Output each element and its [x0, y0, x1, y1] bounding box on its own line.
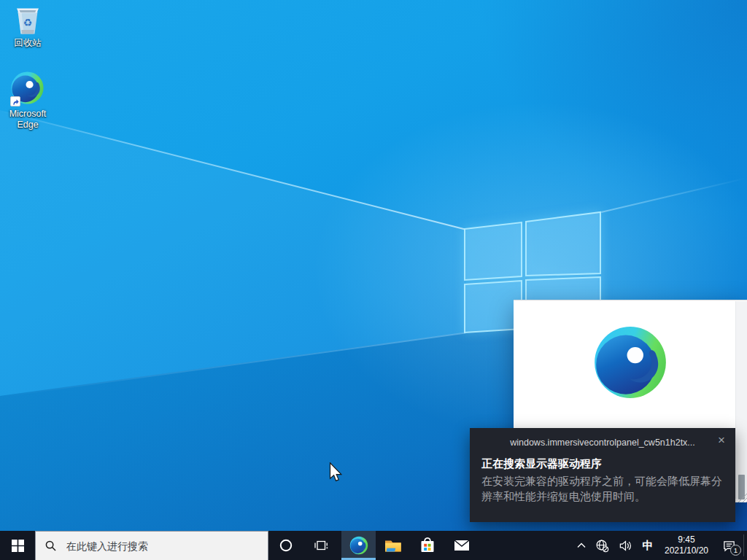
desktop-icon-recycle-bin[interactable]: ♻ 回收站	[0, 4, 55, 49]
taskbar-app-mail[interactable]	[444, 531, 479, 560]
task-view-button[interactable]	[303, 531, 338, 560]
window-scrollbar[interactable]	[735, 301, 747, 499]
taskbar-app-edge[interactable]	[341, 531, 376, 560]
toast-app-id: windows.immersivecontrolpanel_cw5n1h2tx.…	[470, 438, 735, 448]
microsoft-store-icon	[418, 536, 437, 555]
edge-splash-logo-icon	[592, 324, 668, 400]
tray-volume-button[interactable]	[614, 531, 637, 560]
toast-title: 正在搜索显示器驱动程序	[481, 457, 724, 471]
close-icon[interactable]: ×	[718, 434, 725, 446]
clock-date: 2021/10/20	[665, 545, 708, 556]
task-view-icon	[314, 538, 328, 553]
taskbar-app-file-explorer[interactable]	[376, 531, 410, 560]
tray-clock[interactable]: 9:45 2021/10/20	[659, 531, 714, 560]
cortana-circle-icon	[279, 538, 293, 553]
system-tray: 中 9:45 2021/10/20 1	[573, 531, 747, 560]
taskbar-app-microsoft-store[interactable]	[410, 531, 444, 560]
edge-shortcut-label: Microsoft Edge	[0, 109, 55, 131]
search-icon	[45, 540, 56, 551]
cortana-button[interactable]	[268, 531, 303, 560]
shortcut-arrow-overlay-icon	[10, 96, 20, 106]
edge-taskbar-icon	[349, 536, 368, 555]
network-globe-no-internet-icon	[595, 539, 609, 553]
search-input[interactable]	[65, 540, 247, 553]
taskbar: 中 9:45 2021/10/20 1	[0, 531, 747, 560]
tray-show-hidden-icons-button[interactable]	[573, 531, 590, 560]
recycle-bin-label: 回收站	[14, 38, 42, 49]
toast-body: 在安装完兼容的驱动程序之前，可能会降低屏幕分辨率和性能并缩短电池使用时间。	[481, 473, 724, 504]
show-desktop-button[interactable]	[744, 531, 747, 560]
notification-toast[interactable]: windows.immersivecontrolpanel_cw5n1h2tx.…	[470, 428, 735, 522]
recycle-symbol: ♻	[23, 17, 33, 28]
tray-network-button[interactable]	[590, 531, 614, 560]
tray-ime-indicator[interactable]: 中	[637, 531, 659, 560]
mail-icon	[452, 536, 471, 555]
windows-start-icon	[12, 540, 24, 552]
desktop-icon-microsoft-edge[interactable]: Microsoft Edge	[0, 71, 55, 131]
recycle-bin-icon: ♻	[12, 4, 44, 36]
start-button[interactable]	[0, 531, 35, 560]
clock-time: 9:45	[678, 534, 694, 545]
file-explorer-icon	[384, 536, 403, 555]
windows-desktop: ♻ 回收站 Microsoft Edge windows.immersiveco…	[0, 0, 747, 560]
notification-count-badge: 1	[730, 545, 741, 556]
chevron-up-icon	[577, 542, 586, 548]
speaker-icon	[619, 539, 632, 553]
action-center-button[interactable]: 1	[714, 531, 743, 560]
taskbar-search-box[interactable]	[35, 531, 268, 560]
